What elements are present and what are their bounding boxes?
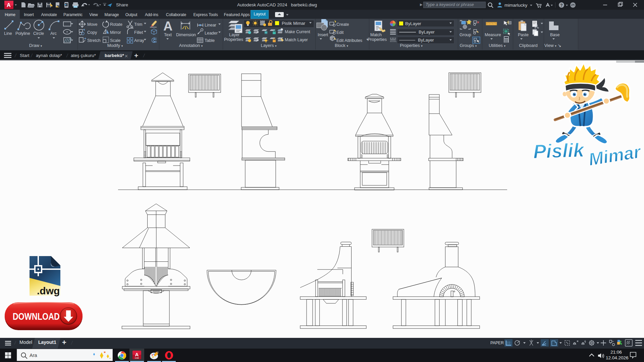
svg-text:.dwg: .dwg <box>37 285 60 296</box>
svg-text:Mimar: Mimar <box>587 141 643 169</box>
svg-text:Ara: Ara <box>30 353 38 358</box>
svg-text:Pislik: Pislik <box>533 139 585 162</box>
svg-text:CAD: CAD <box>135 357 139 359</box>
svg-text:DOWNLOAD: DOWNLOAD <box>13 311 60 322</box>
svg-text:A: A <box>135 352 139 357</box>
